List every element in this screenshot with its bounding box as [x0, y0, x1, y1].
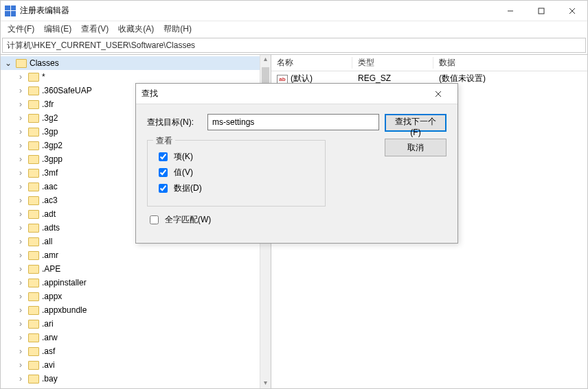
folder-icon	[28, 196, 39, 205]
expand-icon[interactable]: ›	[16, 209, 25, 219]
chk-whole-word[interactable]	[150, 215, 159, 224]
tree-node-label: .APE	[42, 264, 60, 274]
chk-values[interactable]	[159, 168, 168, 177]
tree-node[interactable]: ›.arw	[1, 331, 271, 344]
tree-node-label: *	[42, 72, 45, 82]
folder-icon	[28, 182, 39, 191]
look-at-group: 查看 项(K) 值(V) 数据(D)	[147, 140, 326, 207]
col-name[interactable]: 名称	[271, 57, 352, 69]
cancel-button[interactable]: 取消	[385, 139, 446, 156]
menu-edit[interactable]: 编辑(E)	[44, 23, 71, 35]
tree-node[interactable]: ›.appx	[1, 290, 271, 303]
chk-keys[interactable]	[159, 152, 168, 161]
expand-icon[interactable]: ›	[16, 113, 25, 123]
folder-icon	[28, 100, 39, 109]
folder-icon	[28, 320, 39, 329]
folder-icon	[28, 73, 39, 82]
tree-node[interactable]: ›.bay	[1, 372, 271, 386]
find-next-button[interactable]: 查找下一个(F)	[385, 114, 446, 132]
chk-data-label: 数据(D)	[174, 182, 202, 194]
value-data: (数值未设置)	[433, 73, 587, 84]
tree-node[interactable]: ›*	[1, 70, 271, 84]
folder-icon	[28, 375, 39, 384]
expand-icon[interactable]: ›	[16, 319, 25, 329]
tree-node-label: .arw	[42, 333, 58, 342]
expand-icon[interactable]: ›	[16, 374, 25, 384]
tree-node[interactable]: ›.avi	[1, 358, 271, 372]
close-button[interactable]	[556, 1, 587, 21]
expand-icon[interactable]: ›	[16, 237, 25, 246]
dialog-close-button[interactable]	[425, 84, 452, 104]
expand-icon[interactable]: ›	[16, 346, 25, 356]
values-header: 名称 类型 数据	[271, 55, 587, 71]
tree-node-label: .3fr	[42, 99, 54, 109]
maximize-button[interactable]	[525, 1, 556, 21]
expand-icon[interactable]: ›	[16, 333, 25, 342]
address-bar[interactable]: 计算机\HKEY_CURRENT_USER\Software\Classes	[2, 38, 586, 53]
folder-icon	[28, 155, 39, 164]
expand-icon[interactable]: ›	[16, 223, 25, 233]
expand-icon[interactable]: ›	[16, 182, 25, 191]
tree-node[interactable]: ›.asf	[1, 344, 271, 358]
expand-icon[interactable]: ⌄	[3, 58, 13, 68]
tree-node-label: .amr	[42, 250, 58, 260]
minimize-icon	[507, 8, 514, 14]
folder-icon	[28, 210, 39, 219]
col-type[interactable]: 类型	[352, 57, 433, 69]
tree-node-label: .asf	[42, 346, 55, 356]
menu-favorites[interactable]: 收藏夹(A)	[118, 23, 154, 35]
expand-icon[interactable]: ›	[16, 196, 25, 205]
tree-node-label: .aac	[42, 182, 58, 191]
expand-icon[interactable]: ›	[16, 72, 25, 82]
menu-help[interactable]: 帮助(H)	[163, 23, 192, 35]
col-data[interactable]: 数据	[433, 57, 587, 69]
expand-icon[interactable]: ›	[16, 99, 25, 109]
expand-icon[interactable]: ›	[16, 264, 25, 274]
tree-node-label: .adt	[42, 209, 56, 219]
find-target-input[interactable]	[207, 114, 379, 130]
titlebar: 注册表编辑器	[1, 1, 587, 21]
expand-icon[interactable]: ›	[16, 86, 25, 95]
folder-icon	[28, 169, 39, 178]
menu-view[interactable]: 查看(V)	[81, 23, 109, 35]
tree-node[interactable]: ›.appinstaller	[1, 276, 271, 290]
expand-icon[interactable]: ›	[16, 154, 25, 164]
group-legend: 查看	[153, 135, 175, 147]
folder-icon	[28, 347, 39, 356]
tree-node[interactable]: ›.appxbundle	[1, 303, 271, 317]
app-icon	[5, 5, 16, 16]
tree-node-label: .3g2	[42, 113, 58, 123]
expand-icon[interactable]: ›	[16, 168, 25, 178]
folder-icon	[28, 292, 39, 301]
folder-icon	[28, 128, 39, 137]
tree-node[interactable]: ›.amr	[1, 248, 271, 262]
expand-icon[interactable]: ›	[16, 127, 25, 137]
expand-icon[interactable]: ›	[16, 250, 25, 260]
expand-icon[interactable]: ›	[16, 360, 25, 370]
expand-icon[interactable]: ›	[16, 141, 25, 150]
expand-icon[interactable]: ›	[16, 278, 25, 287]
folder-icon	[28, 333, 39, 342]
find-dialog: 查找 查找目标(N): 查找下一个(F) 取消 查看 项(K) 值(V)	[135, 83, 458, 244]
scroll-up-icon[interactable]: ▴	[260, 55, 271, 66]
expand-icon[interactable]: ›	[16, 292, 25, 301]
dialog-titlebar[interactable]: 查找	[136, 84, 457, 104]
menu-file[interactable]: 文件(F)	[8, 23, 34, 35]
tree-node-classes[interactable]: ⌄ Classes	[1, 56, 271, 70]
tree-node-label: .ari	[42, 319, 54, 329]
find-target-label: 查找目标(N):	[147, 117, 199, 128]
tree-node-label: .appinstaller	[42, 278, 87, 287]
folder-icon	[28, 114, 39, 123]
value-type: REG_SZ	[352, 73, 433, 83]
tree-node-label: .appxbundle	[42, 305, 87, 315]
minimize-button[interactable]	[495, 1, 525, 21]
tree-node[interactable]: ›.APE	[1, 262, 271, 276]
tree-node-label: .avi	[42, 360, 55, 370]
expand-icon[interactable]: ›	[16, 305, 25, 315]
scroll-down-icon[interactable]: ▾	[260, 379, 271, 389]
chk-data[interactable]	[159, 184, 168, 193]
tree-node-label: .360SafeUAP	[42, 86, 92, 95]
folder-icon	[16, 59, 27, 68]
tree-node[interactable]: ›.ari	[1, 317, 271, 331]
chk-whole-word-label: 全字匹配(W)	[165, 214, 211, 226]
